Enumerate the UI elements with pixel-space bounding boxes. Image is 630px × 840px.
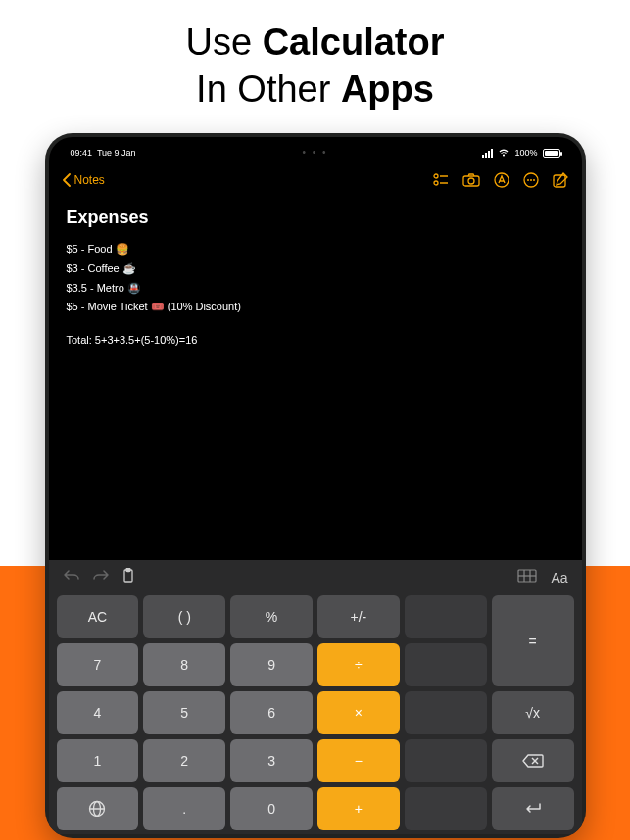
note-total: Total: 5+3+3.5+(5-10%)=16 xyxy=(67,331,564,350)
headline-text: In Other xyxy=(196,69,341,110)
key-blank[interactable] xyxy=(405,691,487,734)
nav-actions xyxy=(433,172,568,188)
marketing-headline: Use Calculator In Other Apps xyxy=(0,0,630,113)
key-globe[interactable] xyxy=(57,787,139,830)
key-percent[interactable]: % xyxy=(230,595,313,638)
key-enter[interactable] xyxy=(492,787,574,830)
back-button[interactable]: Notes xyxy=(63,173,105,187)
redo-icon[interactable] xyxy=(92,569,110,586)
key-parentheses[interactable]: ( ) xyxy=(143,595,225,638)
key-backspace[interactable] xyxy=(492,739,574,782)
key-blank[interactable] xyxy=(405,643,487,686)
key-1[interactable]: 1 xyxy=(57,739,139,782)
svg-rect-13 xyxy=(126,569,130,572)
battery-percent: 100% xyxy=(514,148,537,158)
calculator-keyboard: Aa AC ( ) % +/- = 7 8 9 ÷ 4 5 6 xyxy=(49,560,582,834)
svg-point-8 xyxy=(527,179,529,181)
key-5[interactable]: 5 xyxy=(143,691,225,734)
key-0[interactable]: 0 xyxy=(230,787,313,830)
key-dot[interactable]: . xyxy=(143,787,225,830)
svg-point-2 xyxy=(434,181,438,185)
key-divide[interactable]: ÷ xyxy=(317,643,400,686)
clipboard-icon[interactable] xyxy=(121,568,135,587)
camera-icon[interactable] xyxy=(462,173,480,187)
key-7[interactable]: 7 xyxy=(57,643,139,686)
status-right: 100% xyxy=(482,148,559,159)
key-blank[interactable] xyxy=(405,595,487,638)
note-line: $5 - Food 🍔 xyxy=(67,240,564,259)
device-frame: • • • 09:41 Tue 9 Jan 100% Notes xyxy=(45,133,586,838)
svg-point-9 xyxy=(530,179,532,181)
enter-icon xyxy=(523,802,543,816)
key-multiply[interactable]: × xyxy=(317,691,400,734)
back-label: Notes xyxy=(74,173,105,187)
note-line: $5 - Movie Ticket 🎟️ (10% Discount) xyxy=(67,298,564,317)
key-blank[interactable] xyxy=(405,787,487,830)
key-ac[interactable]: AC xyxy=(57,595,139,638)
svg-point-10 xyxy=(533,179,535,181)
checklist-icon[interactable] xyxy=(433,173,449,187)
note-title: Expenses xyxy=(67,208,564,228)
globe-icon xyxy=(88,800,106,817)
key-equals[interactable]: = xyxy=(492,595,574,686)
backspace-icon xyxy=(522,754,544,768)
svg-point-5 xyxy=(468,178,474,184)
chevron-left-icon xyxy=(63,173,71,187)
note-content[interactable]: Expenses $5 - Food 🍔 $3 - Coffee ☕ $3.5 … xyxy=(49,196,582,560)
key-6[interactable]: 6 xyxy=(230,691,313,734)
grid-icon[interactable] xyxy=(517,569,537,586)
keyboard-header: Aa xyxy=(49,560,582,595)
key-minus[interactable]: − xyxy=(317,739,400,782)
device-dots: • • • xyxy=(302,147,327,158)
nav-bar: Notes xyxy=(49,164,582,196)
undo-icon[interactable] xyxy=(63,569,80,586)
format-aa[interactable]: Aa xyxy=(551,570,567,585)
battery-icon xyxy=(543,149,560,158)
key-4[interactable]: 4 xyxy=(57,691,139,734)
more-icon[interactable] xyxy=(523,172,539,188)
wifi-icon xyxy=(498,148,509,159)
status-date: Tue 9 Jan xyxy=(97,148,136,158)
headline-text: Use xyxy=(186,22,263,63)
note-line: $3.5 - Metro 🚇 xyxy=(67,279,564,299)
note-line: $3 - Coffee ☕ xyxy=(67,259,564,279)
key-sqrt[interactable]: √x xyxy=(492,691,574,734)
key-plus-minus[interactable]: +/- xyxy=(317,595,400,638)
key-8[interactable]: 8 xyxy=(143,643,225,686)
key-blank[interactable] xyxy=(405,739,487,782)
status-time: 09:41 xyxy=(71,148,93,158)
headline-text-bold: Calculator xyxy=(263,22,445,63)
key-plus[interactable]: + xyxy=(317,787,400,830)
key-9[interactable]: 9 xyxy=(230,643,313,686)
keypad-grid: AC ( ) % +/- = 7 8 9 ÷ 4 5 6 × √x xyxy=(49,595,582,830)
cell-signal-icon xyxy=(482,149,493,158)
headline-text-bold: Apps xyxy=(341,69,434,110)
key-3[interactable]: 3 xyxy=(230,739,313,782)
device-screen: • • • 09:41 Tue 9 Jan 100% Notes xyxy=(49,137,582,834)
status-left: 09:41 Tue 9 Jan xyxy=(71,148,136,158)
compose-icon[interactable] xyxy=(553,172,568,188)
markup-icon[interactable] xyxy=(494,172,509,188)
key-2[interactable]: 2 xyxy=(143,739,225,782)
svg-point-0 xyxy=(434,174,438,178)
